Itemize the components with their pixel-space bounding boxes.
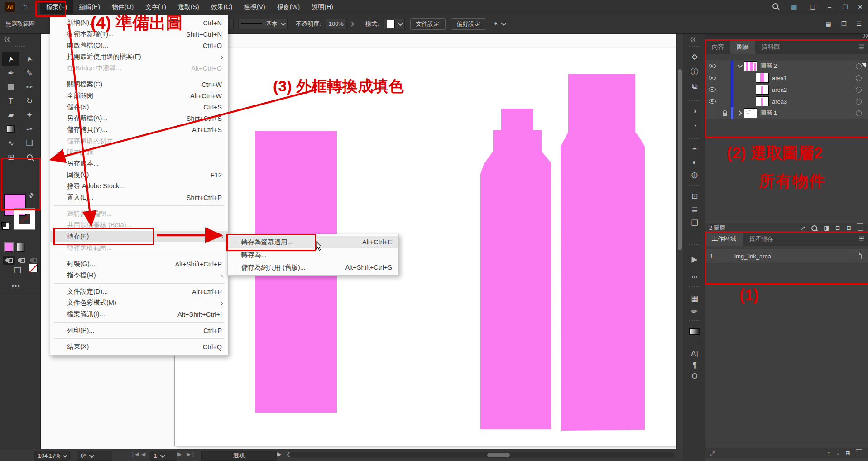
target-column[interactable] <box>849 84 868 95</box>
file-menu-item[interactable]: 結束(X)Ctrl+Q <box>50 341 228 352</box>
zoom-tool-icon[interactable] <box>27 154 33 160</box>
layer-row[interactable]: area3 <box>705 95 868 108</box>
layer-thumbnail[interactable] <box>756 85 769 95</box>
visibility-column[interactable] <box>705 84 719 95</box>
artboard-panel-icon[interactable]: ⊡ <box>683 192 706 201</box>
color-guide-icon[interactable]: ◔ <box>683 122 706 131</box>
new-artboard-icon[interactable]: ⊞ <box>846 451 850 456</box>
panel-menu-icon[interactable]: ☰ <box>858 43 864 51</box>
file-menu-item[interactable]: 邀請參與編輯... <box>50 208 228 219</box>
collect-for-export-icon[interactable]: ↗ <box>801 225 805 231</box>
visibility-column[interactable] <box>705 60 719 72</box>
eraser-tool-icon[interactable]: ▰ <box>8 111 14 119</box>
pen-tool-icon[interactable]: ✒ <box>8 69 14 77</box>
delete-selection-icon[interactable] <box>858 225 863 231</box>
eye-icon[interactable] <box>709 64 716 68</box>
drag-handle[interactable] <box>689 100 700 101</box>
info-icon[interactable]: ⓘ <box>691 67 699 76</box>
expand-icon[interactable]: ⤢ <box>710 451 715 456</box>
eye-icon[interactable] <box>709 99 716 104</box>
file-menu-item[interactable]: 共用以供審核 (Beta)... <box>50 219 228 231</box>
rotate-tool-icon[interactable]: ↻ <box>26 97 33 105</box>
curvature-tool-icon[interactable]: ✎ <box>26 69 33 77</box>
gradient-icon[interactable]: ◍ <box>691 171 698 179</box>
lock-column[interactable] <box>719 60 731 72</box>
artboard-row[interactable]: 1 img_link_area <box>705 249 868 263</box>
drag-handle[interactable] <box>689 138 700 139</box>
paintbrush-tool[interactable]: ✏ <box>21 80 38 94</box>
arrange-documents-icon[interactable]: ▦ <box>791 4 797 10</box>
collapse-dock-icon[interactable]: ❮❮ <box>690 37 695 42</box>
vertical-scrollbar-thumb[interactable] <box>678 69 682 250</box>
align-icon[interactable]: ≣ <box>683 205 706 214</box>
file-menu-item[interactable]: 回復(V)F12 <box>50 169 228 181</box>
selection-tool-icon[interactable]: ➤ <box>7 55 15 62</box>
draw-normal-mode[interactable] <box>3 256 15 265</box>
file-menu-item[interactable]: 轉存(E)› <box>50 231 228 242</box>
default-swatches-icon[interactable] <box>2 223 9 230</box>
links-icon[interactable]: ∞ <box>692 272 697 281</box>
eyedropper-tool-icon[interactable]: ✑ <box>26 125 33 133</box>
file-menu-item[interactable]: 指令檔(R)› <box>50 270 228 281</box>
rotate-tool[interactable]: ↻ <box>21 94 38 108</box>
pen-tool[interactable]: ✒ <box>2 66 19 80</box>
style-swatch-dropdown[interactable] <box>384 19 405 29</box>
selection-tool[interactable]: ➤ <box>2 52 19 66</box>
file-menu-item[interactable]: 儲存(S)Ctrl+S <box>50 101 228 113</box>
zoom-level-dropdown[interactable]: 104.17% <box>34 451 70 461</box>
shape-builder-tool-icon[interactable]: ❑ <box>26 139 33 147</box>
horizontal-scrollbar[interactable] <box>290 452 675 458</box>
actions-icon[interactable]: ▶ <box>691 255 697 264</box>
brushes-icon[interactable]: ✏ <box>683 307 706 316</box>
actions-icon[interactable]: ▶ <box>683 255 706 264</box>
artboard-page-icon[interactable] <box>856 252 862 259</box>
lock-column[interactable] <box>719 95 731 107</box>
lock-column[interactable] <box>719 72 731 84</box>
tab-layers[interactable]: 圖層 <box>730 40 755 54</box>
character-icon[interactable]: A| <box>691 349 698 358</box>
drag-handle[interactable] <box>689 342 700 342</box>
shape-area3-bottle[interactable] <box>561 74 645 431</box>
new-layer-icon[interactable]: ⊞ <box>847 225 851 231</box>
disclosure-chevron-icon[interactable] <box>733 111 742 115</box>
vertical-scrollbar[interactable] <box>676 33 683 449</box>
opacity-value[interactable]: 100% <box>326 19 347 29</box>
layer-row[interactable]: 圖層 1 <box>705 107 868 119</box>
tab-artboards[interactable]: 工作區域 <box>705 232 743 246</box>
paragraph-icon[interactable]: ¶ <box>692 361 696 370</box>
visibility-column[interactable] <box>705 72 719 84</box>
file-menu-item[interactable]: 列印(P)...Ctrl+P <box>50 325 228 336</box>
file-menu-item[interactable]: 封裝(G)...Alt+Shift+Ctrl+P <box>50 258 228 270</box>
panel-menu-icon[interactable]: ☰ <box>856 21 862 27</box>
layer-row[interactable]: area1 <box>705 72 868 84</box>
screen-mode-icon[interactable]: ❐ <box>14 266 21 275</box>
file-menu-item[interactable]: 在 Bridge 中瀏覽...Alt+Ctrl+O <box>50 62 228 74</box>
clipping-mask-icon[interactable]: ◨ <box>824 225 829 231</box>
brush-definition-dropdown[interactable]: 基本 <box>238 19 288 29</box>
artboard-name[interactable]: img_link_area <box>734 253 771 260</box>
last-artboard-icon[interactable]: ▶❘ <box>187 451 195 457</box>
close-button[interactable]: ✕ <box>853 0 868 14</box>
tab-properties[interactable]: 內容 <box>705 40 730 54</box>
target-circle-icon[interactable] <box>856 87 862 93</box>
panel-menu-icon[interactable]: ☰ <box>858 235 864 242</box>
view-options-icon[interactable]: ▦ <box>825 21 831 27</box>
file-menu-item[interactable]: 打開最近使用過的檔案(F)› <box>50 51 228 62</box>
tab-asset-export[interactable]: 資產轉存 <box>743 232 780 246</box>
direct-selection-tool[interactable]: ➤ <box>21 52 38 66</box>
gradient-button[interactable] <box>17 243 25 252</box>
export-submenu-item[interactable]: 轉存為... <box>228 248 398 261</box>
layer-thumbnail[interactable] <box>756 96 769 106</box>
color-icon[interactable]: ◑ <box>692 107 697 115</box>
layer-row[interactable]: 圖層 2 <box>705 60 868 72</box>
target-column[interactable] <box>849 107 868 119</box>
visibility-column[interactable] <box>705 95 719 107</box>
eraser-tool[interactable]: ▰ <box>2 108 19 122</box>
horizontal-scrollbar-thumb[interactable] <box>487 453 510 457</box>
home-icon[interactable]: ⌂ <box>23 2 28 11</box>
minimize-button[interactable]: – <box>822 0 837 14</box>
shape-builder-tool[interactable]: ❑ <box>21 136 38 150</box>
prev-artboard-icon[interactable]: ◀ <box>141 451 145 457</box>
pathfinder-icon[interactable]: ❐ <box>683 219 706 228</box>
lock-icon[interactable] <box>723 113 727 116</box>
